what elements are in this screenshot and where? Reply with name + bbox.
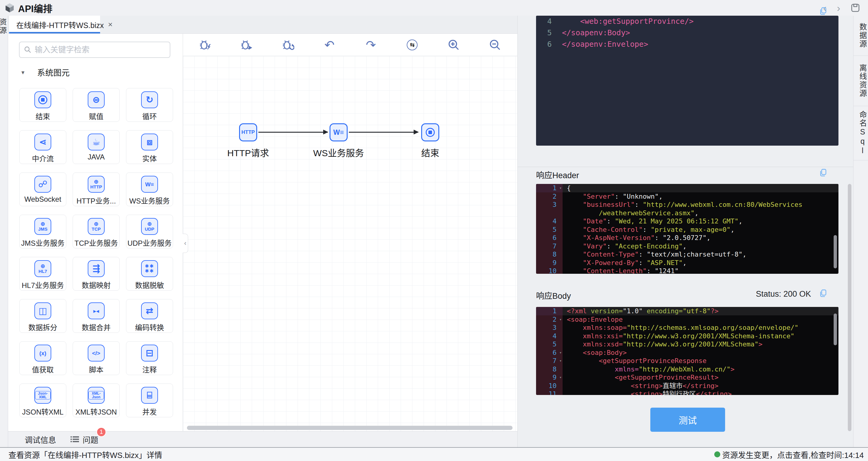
code-line[interactable]: 9▾ <getSupportProvinceResult> [536,373,838,382]
palette-item[interactable]: ⊕HL7HL7业务服务 [19,257,66,290]
palette-item[interactable]: ⊕UDPUDP业务服务 [126,215,173,248]
palette-item[interactable]: ⧈实体 [126,130,173,164]
palette-collapse-handle[interactable]: ‹ [183,234,188,253]
code-line[interactable]: 2▾<soap:Envelope [536,315,838,324]
code-line[interactable]: 4 xmlns:xsi="http://www.w3.org/2001/XMLS… [536,332,838,340]
direction-toggle-icon[interactable]: ⇆ [405,38,419,52]
debug-run-icon[interactable] [240,38,253,52]
panel-vertical-scrollbar[interactable] [848,184,851,431]
nav-forward-icon[interactable]: › [837,3,840,13]
palette-item[interactable]: ↻循环 [126,88,173,122]
code-line[interactable]: 3 "businessUrl": "http://www.webxml.com.… [536,201,838,209]
palette-item[interactable]: ⊜赋值 [73,88,120,122]
problems-tab[interactable]: 问题 1 [70,434,98,445]
palette-item[interactable]: ✱✱ ✱✱数据脱敏 [126,257,173,290]
resources-rail-tab[interactable]: 资源 [0,18,8,35]
palette-item-label: 数据拆分 [28,322,57,332]
code-line[interactable]: /weatherwebService.asmx", [536,209,838,217]
fold-arrow-icon[interactable]: ▾ [559,184,562,192]
undo-icon[interactable]: ↶ [323,38,336,52]
palette-item[interactable]: Json-XMLJSON转XML [19,383,66,417]
flow-edge[interactable] [258,132,328,133]
debug-restart-icon[interactable] [282,38,295,52]
code-text: <getSupportProvinceResult> [563,373,838,382]
zoom-in-icon[interactable] [447,38,460,52]
fold-arrow-icon[interactable]: ▾ [559,357,562,365]
code-line[interactable]: 9 "X-Powered-By": "ASP.NET", [536,259,838,267]
palette-item[interactable]: ⊕TCPTCP业务服务 [73,215,120,248]
tab-online-orchestration[interactable]: 在线编排-HTTP转WS.bizx × [9,16,100,33]
code-line[interactable]: 2 "Server": "Unknown", [536,192,838,201]
code-line[interactable]: 5 xmlns:xsd="http://www.w3.org/2001/XMLS… [536,340,838,348]
palette-item[interactable]: ⊕JMSJMS业务服务 [19,215,66,248]
palette-item[interactable]: ⋖中介流 [19,130,66,164]
code-line[interactable]: 5</soapenv:Body> [536,27,838,39]
fold-arrow-icon[interactable]: ▾ [559,373,562,382]
rail-tab-datasource[interactable]: 数据源 [854,16,868,56]
resource-change-notice[interactable]: 资源发生变更，点击查看,检查时间:14:14 [714,449,864,460]
palette-item[interactable]: </>脚本 [73,341,120,375]
canvas-horizontal-scrollbar[interactable] [187,426,513,430]
palette-item[interactable]: 结束 [19,88,66,122]
editor-scrollbar[interactable] [834,235,837,268]
palette-section-header[interactable]: ▾ 系统图元 [22,66,70,78]
node-ws-service[interactable]: W≡ [330,123,348,142]
rail-tab-named-sql[interactable]: 命名Sql [854,106,868,160]
code-line[interactable]: 8 xmlns="http://WebXml.com.cn/"> [536,365,838,374]
node-http-request[interactable]: HTTP [239,123,257,142]
palette-item[interactable]: ⊟注释 [126,341,173,375]
save-icon[interactable] [850,3,860,13]
problems-count-badge: 1 [96,427,106,437]
canvas-grid[interactable]: HTTP W≡ HTTP请求 WS业务服务 结束 ‹ [183,56,517,431]
code-line[interactable]: 11 <string>特别行政区</string> [536,390,838,395]
palette-item[interactable]: ⌸并发 [126,383,173,417]
palette-item[interactable]: ◫数据拆分 [19,299,66,333]
copy-icon[interactable] [819,168,827,177]
code-line[interactable]: 4 <web:getSupportProvince/> [536,16,838,27]
search-input[interactable] [35,45,165,55]
palette-item[interactable]: ▸◂数据合并 [73,299,120,333]
copy-icon[interactable] [819,7,827,15]
response-header-editor[interactable]: 1▾{2 "Server": "Unknown",3 "businessUrl"… [536,184,838,274]
code-line[interactable]: 6 "X-AspNet-Version": "2.0.50727", [536,234,838,242]
redo-icon[interactable]: ↷ [364,38,377,52]
code-line[interactable]: 6▾ <soap:Body> [536,348,838,357]
palette-item[interactable]: XML-JsonXML转JSON [73,383,120,417]
palette-item[interactable]: ⇄编码转换 [126,299,173,333]
palette-item[interactable]: ☍WebSocket [19,173,66,206]
test-button[interactable]: 测试 [650,408,725,432]
palette-item[interactable]: ⊕HTTPHTTP业务... [73,173,120,206]
code-line[interactable]: 3 xmlns:soap="http://schemas.xmlsoap.org… [536,324,838,332]
node-end[interactable] [421,123,439,142]
fold-arrow-icon[interactable]: ▾ [559,315,562,324]
copy-icon[interactable] [819,289,827,297]
palette-item-label: 中介流 [32,153,54,163]
code-text: xmlns="http://WebXml.com.cn/"> [563,365,838,374]
palette-grid: 结束⊜赋值↻循环⋖中介流☕JAVA⧈实体☍WebSocket⊕HTTPHTTP业… [19,88,176,417]
code-line[interactable]: 5 "Cache-Control": "private, max-age=0", [536,225,838,234]
editor-scrollbar[interactable] [834,313,837,345]
debug-lightning-icon[interactable] [199,38,212,52]
palette-item[interactable]: ☕JAVA [73,130,120,164]
code-line[interactable]: 10 <string>直辖市</string> [536,382,838,390]
code-line[interactable]: 1▾{ [536,184,838,192]
palette-item[interactable]: (x)值获取 [19,341,66,375]
zoom-out-icon[interactable] [489,38,502,52]
code-line[interactable]: 10 "Content-Length": "1241" [536,267,838,274]
code-line[interactable]: 4 "Date": "Wed, 21 May 2025 06:15:12 GMT… [536,217,838,225]
fold-arrow-icon[interactable]: ▾ [559,348,562,357]
palette-item[interactable]: ⇶数据映射 [73,257,120,290]
debug-info-tab[interactable]: 调试信息 [25,434,56,445]
code-line[interactable]: 7▾ <getSupportProvinceResponse [536,357,838,365]
palette-item[interactable]: W≡WS业务服务 [126,173,173,206]
code-line[interactable]: 8 "Content-Type": "text/xml;charset=utf-… [536,250,838,259]
status-right-text: 资源发生变更，点击查看,检查时间:14:14 [722,449,864,460]
request-body-editor[interactable]: 4 <web:getSupportProvince/>5</soapenv:Bo… [536,16,838,146]
code-line[interactable]: 1<?xml version="1.0" encoding="utf-8"?> [536,307,838,315]
rail-tab-offline-resources[interactable]: 离线资源 [854,56,868,106]
code-line[interactable]: 7 "Vary": "Accept-Encoding", [536,242,838,250]
code-line[interactable]: 6</soapenv:Envelope> [536,39,838,50]
response-body-editor[interactable]: 1<?xml version="1.0" encoding="utf-8"?>2… [536,307,838,395]
flow-edge[interactable] [349,132,418,133]
tab-close-icon[interactable]: × [108,20,113,29]
